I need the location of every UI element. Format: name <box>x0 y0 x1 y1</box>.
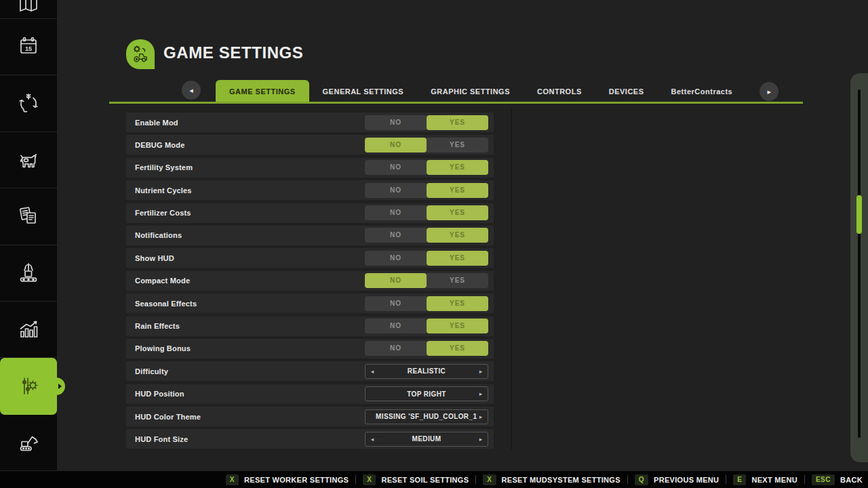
selector-next-icon[interactable]: ▸ <box>477 410 484 424</box>
settings-row: HUD Position◂TOP RIGHT▸ <box>126 384 494 404</box>
selector-next-icon[interactable]: ▸ <box>477 387 484 401</box>
sidebar-item-construction[interactable] <box>0 415 57 471</box>
tabs-next-button[interactable]: ▸ <box>760 82 778 101</box>
shortcut-label: BACK <box>840 476 863 484</box>
tabs-prev-button[interactable]: ◂ <box>182 81 201 100</box>
scrollbar-track[interactable] <box>858 89 861 438</box>
toggle-yes-option[interactable]: YES <box>427 205 488 220</box>
scrollbar-thumb[interactable] <box>856 195 862 234</box>
sidebar-item-crop-rotation[interactable] <box>0 75 57 131</box>
settings-row: Enable ModNOYES <box>126 113 494 132</box>
selector-difficulty[interactable]: ◂REALISTIC▸ <box>365 364 488 379</box>
setting-label: HUD Color Theme <box>126 413 201 421</box>
setting-label: Fertility System <box>126 163 193 171</box>
production-icon <box>16 260 41 286</box>
shortcut-back[interactable]: ESCBACK <box>812 474 863 485</box>
toggle-notifications[interactable]: NOYES <box>365 228 488 243</box>
toggle-seasonal-effects[interactable]: NOYES <box>365 296 488 311</box>
toggle-yes-option[interactable]: YES <box>427 251 488 266</box>
settings-row: HUD Color Theme◂MISSING 'SF_HUD_COLOR_1'… <box>126 407 494 426</box>
selector-next-icon[interactable]: ▸ <box>477 365 484 378</box>
toggle-yes-option[interactable]: YES <box>427 160 488 175</box>
toggle-no-option[interactable]: NO <box>365 296 427 311</box>
selector-hud-color-theme[interactable]: ◂MISSING 'SF_HUD_COLOR_1' L..▸ <box>365 409 488 424</box>
selector-prev-icon[interactable]: ◂ <box>369 432 376 446</box>
toggle-debug-mode[interactable]: NOYES <box>365 138 488 152</box>
key-badge: E <box>733 474 746 485</box>
setting-label: DEBUG Mode <box>126 141 185 149</box>
selected-notch-arrow-icon <box>58 384 62 389</box>
selector-hud-font-size[interactable]: ◂MEDIUM▸ <box>365 432 488 447</box>
tab-controls[interactable]: CONTROLS <box>524 80 595 103</box>
shortcut-reset-soil-settings[interactable]: XRESET SOIL SETTINGS <box>363 474 469 485</box>
tab-general-settings[interactable]: GENERAL SETTINGS <box>309 80 418 103</box>
toggle-no-option[interactable]: NO <box>365 251 427 266</box>
toggle-yes-option[interactable]: YES <box>427 273 488 288</box>
shortcut-previous-menu[interactable]: QPREVIOUS MENU <box>635 474 719 485</box>
sidebar-item-contracts[interactable] <box>0 188 57 245</box>
shortcut-label: RESET SOIL SETTINGS <box>381 476 469 484</box>
toggle-yes-option[interactable]: YES <box>427 115 488 130</box>
toggle-no-option[interactable]: NO <box>365 273 427 288</box>
page-title: GAME SETTINGS <box>163 43 303 62</box>
settings-row: DEBUG ModeNOYES <box>126 135 494 155</box>
scrollbar <box>850 73 868 462</box>
toggle-no-option[interactable]: NO <box>365 183 427 198</box>
setting-label: Seasonal Effects <box>126 300 197 308</box>
sidebar-item-settings[interactable] <box>0 358 57 414</box>
shortcut-separator <box>475 475 476 484</box>
toggle-yes-option[interactable]: YES <box>427 228 488 243</box>
settings-icon <box>16 373 41 399</box>
toggle-no-option[interactable]: NO <box>365 205 427 220</box>
tab-bettercontracts[interactable]: BetterContracts <box>658 80 747 103</box>
toggle-no-option[interactable]: NO <box>365 115 427 130</box>
toggle-compact-mode[interactable]: NOYES <box>365 273 488 288</box>
toggle-nutrient-cycles[interactable]: NOYES <box>365 183 488 198</box>
settings-row: Fertility SystemNOYES <box>126 158 494 178</box>
settings-row: HUD Font Size◂MEDIUM▸ <box>126 429 494 449</box>
toggle-rain-effects[interactable]: NOYES <box>365 319 488 333</box>
shortcut-separator <box>726 475 726 484</box>
toggle-no-option[interactable]: NO <box>365 160 427 175</box>
toggle-yes-option[interactable]: YES <box>427 183 488 198</box>
sidebar-item-map[interactable] <box>0 0 57 19</box>
setting-label: Notifications <box>126 231 182 239</box>
column-divider <box>511 108 512 449</box>
toggle-show-hud[interactable]: NOYES <box>365 251 488 266</box>
shortcut-label: PREVIOUS MENU <box>654 476 719 484</box>
selector-next-icon[interactable]: ▸ <box>477 432 484 446</box>
setting-label: Compact Mode <box>126 277 190 285</box>
toggle-yes-option[interactable]: YES <box>427 138 488 152</box>
sidebar-item-animals[interactable] <box>0 132 57 188</box>
toggle-enable-mod[interactable]: NOYES <box>365 115 488 130</box>
tab-devices[interactable]: DEVICES <box>595 80 658 103</box>
settings-row: Seasonal EffectsNOYES <box>126 293 494 313</box>
sidebar-item-calendar[interactable]: 15 <box>0 19 57 75</box>
toggle-yes-option[interactable]: YES <box>427 319 488 333</box>
toggle-plowing-bonus[interactable]: NOYES <box>365 341 488 356</box>
toggle-no-option[interactable]: NO <box>365 228 427 243</box>
tab-graphic-settings[interactable]: GRAPHIC SETTINGS <box>417 80 524 103</box>
shortcut-reset-worker-settings[interactable]: XRESET WORKER SETTINGS <box>226 474 349 485</box>
shortcut-reset-mudsystem-settings[interactable]: XRESET MUDSYSTEM SETTINGS <box>483 474 620 485</box>
shortcut-next-menu[interactable]: ENEXT MENU <box>733 474 797 485</box>
tab-game-settings[interactable]: GAME SETTINGS <box>216 80 309 103</box>
toggle-yes-option[interactable]: YES <box>427 296 488 311</box>
selector-value: MISSING 'SF_HUD_COLOR_1' L.. <box>376 413 477 420</box>
selector-value: TOP RIGHT <box>376 390 477 398</box>
selector-hud-position[interactable]: ◂TOP RIGHT▸ <box>365 386 488 401</box>
sidebar-item-production[interactable] <box>0 245 57 302</box>
toggle-fertility-system[interactable]: NOYES <box>365 160 488 175</box>
selector-value: MEDIUM <box>376 435 477 443</box>
key-badge: X <box>363 474 376 485</box>
construction-icon <box>16 430 41 455</box>
settings-row: Difficulty◂REALISTIC▸ <box>126 361 494 381</box>
toggle-yes-option[interactable]: YES <box>427 341 488 356</box>
toggle-fertilizer-costs[interactable]: NOYES <box>365 205 488 220</box>
sidebar-item-statistics[interactable] <box>0 302 57 358</box>
key-badge: X <box>226 474 239 485</box>
toggle-no-option[interactable]: NO <box>365 319 427 333</box>
toggle-no-option[interactable]: NO <box>365 341 427 356</box>
toggle-no-option[interactable]: NO <box>365 138 427 152</box>
selector-prev-icon[interactable]: ◂ <box>369 365 376 378</box>
